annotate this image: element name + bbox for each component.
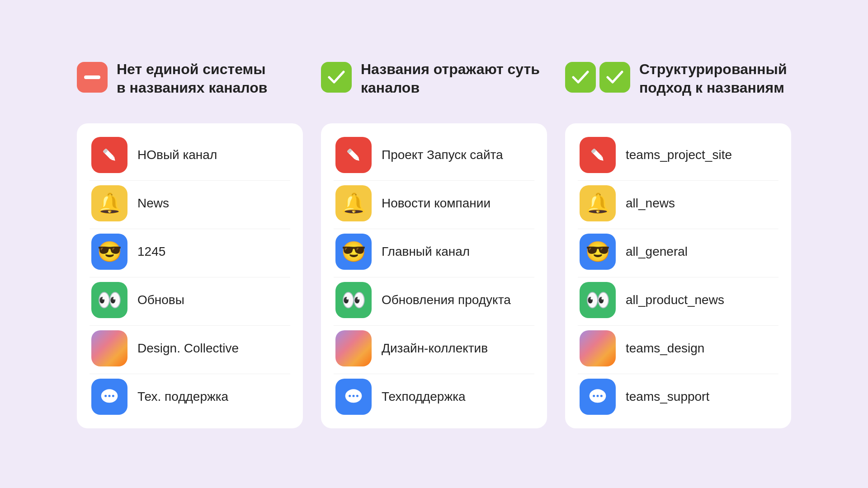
channel-name: Design. Collective <box>137 341 239 356</box>
bell-channel-icon: 🔔 <box>91 185 127 221</box>
pencil-channel-icon <box>335 137 372 173</box>
column-col3: Структурированный подход к названиямteam… <box>565 60 791 428</box>
eyes-channel-icon: 👀 <box>335 282 372 318</box>
msg-channel-icon <box>335 379 372 415</box>
channel-item: 😎Главный канал <box>334 229 534 274</box>
header-icon-wrapper <box>565 60 630 93</box>
channel-name: Тех. поддержка <box>137 389 228 404</box>
channel-item: 👀Обновления продукта <box>334 277 534 323</box>
channel-item: 🔔Новости компании <box>334 180 534 226</box>
column-col1: Нет единой системы в названиях каналовНО… <box>77 60 303 428</box>
channel-name: Обновления продукта <box>382 293 511 307</box>
channel-item: 🔔News <box>90 180 290 226</box>
header-icon-wrapper <box>321 60 352 93</box>
channel-name: teams_support <box>626 389 709 404</box>
column-header: Названия отражают суть каналов <box>321 60 540 110</box>
svg-point-14 <box>349 394 351 397</box>
svg-point-6 <box>104 394 107 397</box>
channel-name: all_product_news <box>626 293 724 307</box>
gradient-icon <box>580 330 616 366</box>
channel-item: teams_design <box>578 325 778 371</box>
channel-item: Техподдержка <box>334 374 534 419</box>
channel-item: 😎all_general <box>578 229 778 274</box>
column-title: Нет единой системы в названиях каналов <box>117 60 267 98</box>
column-col2: Названия отражают суть каналовПроект Зап… <box>321 60 547 428</box>
eyes-channel-icon: 👀 <box>91 282 127 318</box>
channel-name: all_news <box>626 196 675 211</box>
channel-name: Новости компании <box>382 196 491 211</box>
cool-channel-icon: 😎 <box>335 234 372 270</box>
channel-item: Design. Collective <box>90 325 290 371</box>
channel-name: Дизайн-коллектив <box>382 341 488 356</box>
channel-item: НОвый канал <box>90 132 290 178</box>
svg-point-23 <box>597 394 599 397</box>
channel-name: НОвый канал <box>137 148 217 162</box>
channel-item: teams_project_site <box>578 132 778 178</box>
channel-name: Главный канал <box>382 244 470 259</box>
gradient-icon <box>335 330 372 366</box>
channel-name: teams_project_site <box>626 148 732 162</box>
svg-point-7 <box>108 394 111 397</box>
gradient-icon <box>91 330 127 366</box>
bell-channel-icon: 🔔 <box>335 185 372 221</box>
cool-channel-icon: 😎 <box>580 234 616 270</box>
svg-point-15 <box>353 394 355 397</box>
bell-channel-icon: 🔔 <box>580 185 616 221</box>
channel-name: Проект Запуск сайта <box>382 148 503 162</box>
channel-item: Дизайн-коллектив <box>334 325 534 371</box>
pencil-channel-icon <box>91 137 127 173</box>
channel-name: News <box>137 196 169 211</box>
channel-item: Тех. поддержка <box>90 374 290 419</box>
column-header: Структурированный подход к названиям <box>565 60 787 110</box>
svg-point-16 <box>356 394 359 397</box>
column-title: Структурированный подход к названиям <box>639 60 787 98</box>
column-header: Нет единой системы в названиях каналов <box>77 60 267 110</box>
channel-item: 👀all_product_news <box>578 277 778 323</box>
main-container: Нет единой системы в названиях каналовНО… <box>50 33 818 455</box>
channel-card: teams_project_site🔔all_news😎all_general👀… <box>565 123 791 428</box>
channel-name: Техподдержка <box>382 389 466 404</box>
channel-name: Обновы <box>137 293 184 307</box>
channel-name: 1245 <box>137 244 165 259</box>
svg-point-24 <box>600 394 603 397</box>
channel-item: teams_support <box>578 374 778 419</box>
msg-channel-icon <box>91 379 127 415</box>
svg-point-8 <box>112 394 114 397</box>
channel-name: teams_design <box>626 341 704 356</box>
column-title: Названия отражают суть каналов <box>361 60 540 98</box>
channel-name: all_general <box>626 244 688 259</box>
channel-item: 👀Обновы <box>90 277 290 323</box>
channel-item: 😎1245 <box>90 229 290 274</box>
eyes-channel-icon: 👀 <box>580 282 616 318</box>
msg-channel-icon <box>580 379 616 415</box>
channel-card: Проект Запуск сайта🔔Новости компании😎Гла… <box>321 123 547 428</box>
channel-card: НОвый канал🔔News😎1245👀ОбновыDesign. Coll… <box>77 123 303 428</box>
header-icon-wrapper <box>77 60 108 93</box>
channel-item: Проект Запуск сайта <box>334 132 534 178</box>
svg-point-22 <box>593 394 595 397</box>
channel-item: 🔔all_news <box>578 180 778 226</box>
cool-channel-icon: 😎 <box>91 234 127 270</box>
svg-rect-0 <box>84 75 100 79</box>
pencil-channel-icon <box>580 137 616 173</box>
